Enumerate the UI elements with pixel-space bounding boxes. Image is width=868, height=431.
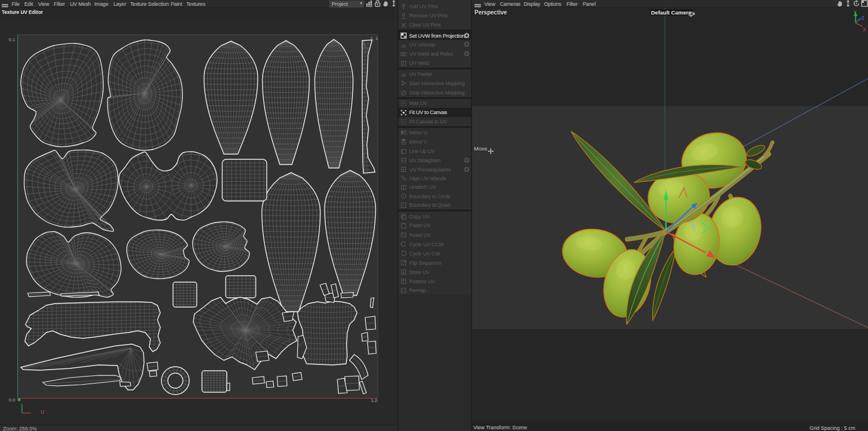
svg-text:Z: Z: [862, 15, 865, 21]
svg-text:Y: Y: [854, 10, 857, 15]
svg-text:X: X: [863, 27, 866, 32]
svg-text:U: U: [41, 409, 45, 415]
